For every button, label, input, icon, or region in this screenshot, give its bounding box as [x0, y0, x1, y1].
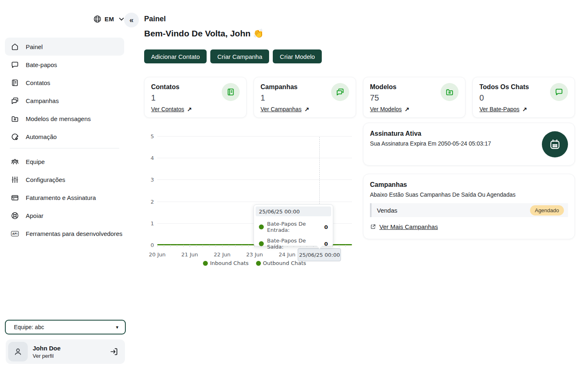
- sidebar-nav: Painel Bate-papos Contatos: [5, 38, 124, 242]
- campaign-row[interactable]: Vendas Agendado: [370, 203, 568, 217]
- page-title: Painel: [144, 15, 166, 23]
- chart-legend: Inbound Chats Outbound Chats: [157, 260, 352, 266]
- sidebar-item-label: Contatos: [26, 79, 50, 86]
- x-tick: 21 Jun: [174, 251, 206, 258]
- stat-cards: Contatos 1 Ver Contatos ↗ Campanhas 1 Ve…: [144, 77, 575, 118]
- stat-card-todos-os-chats: Todos Os Chats 0 Ver Bate-Papos ↗: [472, 77, 575, 118]
- sidebar-item-configuracoes[interactable]: Configurações: [5, 171, 124, 188]
- y-tick: 3: [143, 177, 154, 183]
- view-more-campaigns-link[interactable]: Ver Mais Campanhas: [379, 223, 438, 230]
- dashboard-page: EM « Painel: [0, 0, 588, 368]
- templates-folder-icon: [11, 114, 19, 123]
- api-icon: API: [11, 229, 19, 238]
- action-buttons: Adicionar Contato Criar Campanha Criar M…: [144, 49, 322, 63]
- sidebar-item-contatos[interactable]: Contatos: [5, 74, 124, 92]
- x-tick: 22 Jun: [206, 251, 238, 258]
- y-tick: 2: [143, 199, 154, 205]
- legend-inbound[interactable]: Inbound Chats: [203, 260, 248, 266]
- x-tick: 20 Jun: [141, 251, 174, 258]
- logout-icon[interactable]: [109, 347, 118, 356]
- sidebar-item-label: Campanhas: [26, 97, 59, 104]
- subscription-card: Assinatura Ativa Sua Assinatura Expira E…: [363, 123, 575, 166]
- sidebar-item-label: Modelos de mensagens: [26, 115, 91, 122]
- sidebar-item-apoiar[interactable]: Apoiar: [5, 206, 124, 224]
- sidebar-collapse-button[interactable]: «: [124, 13, 139, 27]
- contacts-book-icon: [11, 79, 19, 87]
- profile-name: John Doe: [33, 345, 105, 352]
- automation-icon: [11, 132, 19, 141]
- profile-card[interactable]: John Doe Ver perfil: [6, 339, 125, 364]
- profile-texts: John Doe Ver perfil: [33, 345, 105, 359]
- series-dot-icon: [259, 224, 264, 229]
- sidebar-item-label: Bate-papos: [26, 61, 57, 68]
- external-link-icon: [370, 224, 376, 230]
- tooltip-row-outbound: Bate-Papos De Saída: 0: [254, 238, 333, 250]
- legend-dot-icon: [256, 261, 261, 266]
- subscription-title: Assinatura Ativa: [370, 130, 568, 137]
- stat-card-campanhas: Campanhas 1 Ver Campanhas ↗: [254, 77, 356, 118]
- tooltip-title: 25/06/25 00:00: [256, 206, 331, 216]
- sidebar-item-label: Configurações: [26, 176, 65, 183]
- sidebar-item-modelos[interactable]: Modelos de mensagens: [5, 110, 124, 128]
- sidebar-item-painel[interactable]: Painel: [5, 38, 124, 56]
- settings-sliders-icon: [11, 175, 19, 184]
- sidebar-item-label: Apoiar: [26, 212, 43, 219]
- chat-bubble-icon: [550, 83, 568, 101]
- chat-bubble-icon: [11, 61, 19, 69]
- y-tick: 5: [143, 133, 154, 139]
- sidebar-item-automacao[interactable]: Automação: [5, 128, 124, 146]
- team-select[interactable]: Equipe: abc ▼: [5, 320, 126, 334]
- series-dot-icon: [259, 241, 264, 246]
- stat-card-contatos: Contatos 1 Ver Contatos ↗: [144, 77, 247, 118]
- create-campaign-button[interactable]: Criar Campanha: [210, 49, 269, 63]
- tooltip-row-inbound: Bate-Papos De Entrada: 0: [254, 221, 333, 233]
- sidebar-item-bate-papos[interactable]: Bate-papos: [5, 56, 124, 74]
- collapse-icon: «: [129, 16, 134, 25]
- add-contact-button[interactable]: Adicionar Contato: [144, 49, 207, 63]
- sidebar-item-faturamento[interactable]: Faturamento e Assinatura: [5, 188, 124, 206]
- support-lifebuoy-icon: [11, 211, 19, 220]
- team-select-value: Equipe: abc: [14, 324, 44, 330]
- create-template-button[interactable]: Criar Modelo: [273, 49, 322, 63]
- y-tick: 4: [143, 155, 154, 161]
- y-tick: 0: [143, 242, 154, 248]
- sidebar-item-equipe[interactable]: Equipe: [5, 153, 124, 171]
- campaigns-panel: Campanhas Abaixo Estão Suas Campanhas De…: [363, 174, 575, 239]
- sidebar: EM « Painel: [0, 0, 130, 368]
- sidebar-item-campanhas[interactable]: Campanhas: [5, 92, 124, 110]
- templates-folder-icon: [441, 83, 459, 101]
- chart-plot-area[interactable]: 5 4 3 2 1 0 20 Jun 21 Jun 22 Jun 23 Jun …: [157, 136, 352, 245]
- select-arrow-icon: ▼: [115, 325, 119, 330]
- campaigns-panel-subtitle: Abaixo Estão Suas Campanhas De Saída Ou …: [370, 191, 568, 198]
- view-campaigns-link[interactable]: Ver Campanhas: [261, 106, 301, 112]
- language-selector[interactable]: EM: [93, 15, 126, 23]
- view-templates-link[interactable]: Ver Modelos: [370, 106, 402, 112]
- campaigns-panel-title: Campanhas: [370, 181, 568, 188]
- campaigns-icon: [11, 96, 19, 105]
- y-tick: 1: [143, 220, 154, 227]
- sidebar-item-label: Automação: [26, 133, 57, 140]
- view-contacts-link[interactable]: Ver Contatos: [151, 106, 184, 112]
- legend-dot-icon: [203, 261, 208, 266]
- x-tick: 23 Jun: [238, 251, 271, 258]
- calendar-icon: [542, 131, 568, 157]
- sidebar-item-label: Faturamento e Assinatura: [26, 194, 96, 201]
- chats-line-chart: 5 4 3 2 1 0 20 Jun 21 Jun 22 Jun 23 Jun …: [144, 131, 355, 274]
- subscription-expiry: Sua Assinatura Expira Em 2050-05-24 05:0…: [370, 140, 568, 147]
- arrow-up-right-icon: ↗: [405, 106, 410, 112]
- view-chats-link[interactable]: Ver Bate-Papos: [479, 106, 519, 112]
- status-badge: Agendado: [530, 205, 564, 215]
- view-profile-link[interactable]: Ver perfil: [33, 353, 105, 359]
- team-icon: [11, 157, 19, 166]
- view-more-campaigns: Ver Mais Campanhas: [370, 223, 568, 230]
- welcome-message: Bem-Vindo De Volta, John 👏: [144, 29, 264, 38]
- sidebar-item-label: Equipe: [26, 158, 45, 165]
- campaigns-icon: [331, 83, 349, 101]
- arrow-up-right-icon: ↗: [304, 106, 309, 112]
- contacts-book-icon: [222, 83, 240, 101]
- legend-outbound[interactable]: Outbound Chats: [256, 260, 306, 266]
- language-code: EM: [105, 16, 114, 22]
- sidebar-item-label: Ferramentas para desenvolvedores: [26, 230, 122, 237]
- credit-card-icon: [11, 193, 19, 202]
- sidebar-item-ferramentas-dev[interactable]: API Ferramentas para desenvolvedores: [5, 224, 124, 242]
